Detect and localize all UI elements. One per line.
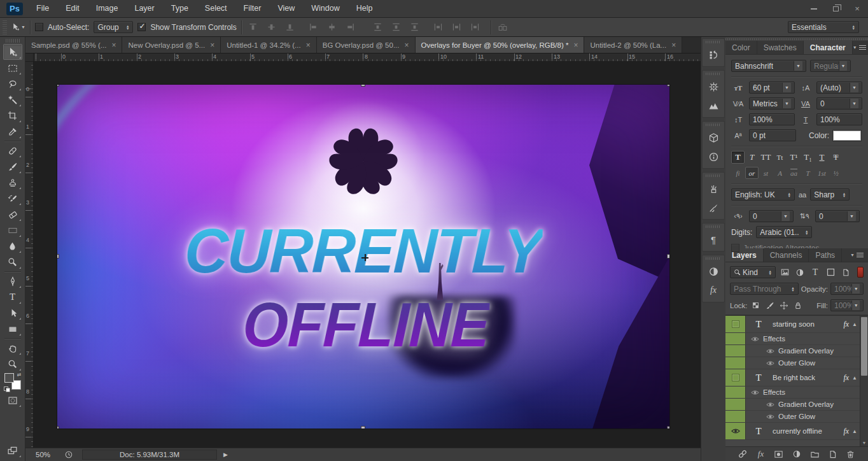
lock-transparent-pixels-icon[interactable] — [750, 299, 762, 311]
leading-dropdown[interactable]: (Auto)▼ — [816, 82, 862, 94]
tab-sample-psd[interactable]: Sample.psd @ 55% (...× — [25, 37, 122, 53]
type-tool[interactable]: T — [3, 289, 22, 305]
rectangle-tool[interactable] — [3, 321, 22, 337]
new-layer-icon[interactable] — [826, 448, 840, 460]
type-layer-thumbnail[interactable]: T — [752, 425, 765, 437]
clone-stamp-tool[interactable] — [3, 174, 22, 190]
font-size-dropdown[interactable]: 60 pt▼ — [749, 82, 795, 94]
filter-pixel-layers-icon[interactable] — [778, 266, 791, 278]
dodge-tool[interactable] — [3, 254, 22, 270]
standard-ligatures-button[interactable]: fi — [731, 167, 745, 179]
layer-name[interactable]: starting soon — [773, 320, 815, 328]
layer-row-starting-soon[interactable]: Tstarting soonfx▲ — [725, 316, 860, 333]
type-layer-thumbnail[interactable]: T — [752, 372, 765, 384]
menu-layer[interactable]: Layer — [126, 0, 162, 17]
align-top-edges-icon[interactable] — [246, 20, 260, 34]
tab-untitled-2[interactable]: Untitled-2 @ 50% (La...× — [584, 37, 682, 53]
filter-shape-layers-icon[interactable] — [824, 266, 837, 278]
layer-style-badge[interactable]: fx — [843, 427, 849, 436]
collapse-effects-icon[interactable]: ▲ — [852, 322, 857, 327]
lock-image-pixels-icon[interactable] — [764, 299, 776, 311]
zoom-tool[interactable] — [3, 356, 22, 372]
auto-select-mode-dropdown[interactable]: Group ▲▼ — [94, 21, 133, 33]
tab-new-overlay-psd[interactable]: New Overlay.psd @ 5...× — [122, 37, 221, 53]
auto-select-checkbox[interactable] — [35, 23, 43, 31]
transform-handle-middle-left[interactable] — [57, 254, 59, 259]
baseline-shift-field[interactable]: 0 pt — [749, 129, 796, 141]
gradient-tool[interactable] — [3, 222, 22, 238]
horizontal-scale-field[interactable]: 100% — [816, 113, 862, 125]
effect-visibility-eye-icon[interactable] — [765, 414, 776, 420]
superscript-button[interactable]: T¹ — [787, 151, 801, 164]
layer-filter-kind-dropdown[interactable]: Kind ▲▼ — [730, 266, 776, 278]
path-selection-tool[interactable] — [3, 305, 22, 321]
layer-name[interactable]: currently offline — [773, 427, 822, 435]
rectangular-marquee-tool[interactable] — [3, 60, 22, 76]
effect-row-outer-glow[interactable]: Outer Glow — [725, 357, 860, 369]
titling-alternatives-button[interactable]: T — [801, 167, 815, 179]
menu-view[interactable]: View — [269, 0, 303, 17]
show-transform-controls-checkbox[interactable] — [137, 23, 146, 31]
lock-position-icon[interactable] — [778, 299, 790, 311]
move-tool[interactable] — [3, 44, 22, 60]
blur-tool[interactable] — [3, 238, 22, 254]
3d-panel-icon[interactable] — [703, 128, 724, 147]
subscript-button[interactable]: T₁ — [801, 151, 815, 164]
tracking-dropdown[interactable]: 0▼ — [816, 97, 862, 110]
ruler-corner[interactable] — [25, 53, 34, 62]
brush-tool[interactable] — [3, 159, 22, 174]
align-bottom-edges-icon[interactable] — [283, 20, 297, 34]
styles-panel-icon[interactable]: fx — [703, 281, 724, 300]
transform-handle-bottom-center[interactable] — [361, 426, 365, 429]
kashida-dropdown[interactable]: 0▼ — [749, 210, 794, 222]
spot-healing-brush-tool[interactable] — [3, 143, 22, 159]
minimize-button[interactable] — [803, 0, 825, 17]
type-layer-thumbnail[interactable]: T — [752, 318, 765, 330]
foreground-color-swatch[interactable] — [4, 373, 14, 383]
menu-edit[interactable]: Edit — [57, 0, 88, 17]
layers-list[interactable]: Tstarting soonfx▲ Effects Gradient Overl… — [725, 315, 868, 446]
tool-presets-panel-icon[interactable] — [703, 198, 724, 217]
canvas-viewport[interactable]: CURRENTLY OFFLINE — [34, 62, 701, 448]
close-tab-icon[interactable]: × — [111, 41, 116, 50]
swash-button[interactable]: A — [773, 167, 787, 179]
canvas-image[interactable]: CURRENTLY OFFLINE — [57, 85, 669, 429]
tab-character[interactable]: Character — [804, 41, 853, 54]
effects-row[interactable]: Effects — [725, 333, 860, 345]
move-tool-options-icon[interactable]: ▼ — [11, 20, 25, 34]
align-vertical-centers-icon[interactable] — [265, 20, 279, 34]
default-colors-icon[interactable] — [4, 387, 10, 391]
adjustment-layer-icon[interactable] — [790, 448, 804, 460]
opacity-dropdown[interactable]: 100%▼ — [830, 283, 864, 295]
histogram-panel-icon[interactable] — [703, 96, 724, 115]
eyedropper-tool[interactable] — [3, 124, 22, 139]
horizontal-ruler[interactable]: 0 1 2 3 4 5 6 7 8 9 10 11 12 13 14 15 16 — [34, 53, 701, 62]
close-tab-icon[interactable]: × — [404, 41, 409, 50]
document-size-field[interactable]: Doc: 5.93M/31.3M — [82, 450, 217, 460]
underline-button[interactable]: T — [815, 151, 829, 164]
navigator-panel-icon[interactable] — [703, 77, 724, 96]
new-group-icon[interactable] — [808, 448, 822, 460]
panel-menu-button[interactable]: ▼ — [850, 248, 868, 262]
close-tab-icon[interactable]: × — [573, 41, 578, 50]
effect-visibility-eye-icon[interactable] — [765, 348, 776, 354]
anti-alias-dropdown[interactable]: Sharp▲▼ — [810, 188, 850, 201]
menu-window[interactable]: Window — [303, 0, 347, 17]
transform-handle-top-left[interactable] — [57, 85, 59, 87]
layer-style-badge[interactable]: fx — [843, 373, 849, 383]
layer-name[interactable]: Be right back — [773, 374, 815, 381]
layer-row-be-right-back[interactable]: TBe right backfx▲ — [725, 369, 860, 387]
close-button[interactable]: × — [846, 0, 868, 17]
paragraph-panel-icon[interactable]: ¶ — [703, 230, 724, 249]
stylistic-alternates-button[interactable]: aa — [787, 167, 801, 179]
filter-smart-objects-icon[interactable] — [839, 266, 852, 278]
effect-row-gradient-overlay[interactable]: Gradient Overlay — [725, 399, 860, 411]
diacritic-dropdown[interactable]: 0▼ — [815, 210, 860, 222]
screen-mode-button[interactable] — [3, 443, 22, 458]
effects-row[interactable]: Effects — [725, 387, 860, 399]
effects-visibility-eye-icon[interactable] — [750, 336, 760, 342]
all-caps-button[interactable]: TT — [759, 151, 773, 164]
filter-type-layers-icon[interactable]: T — [809, 266, 822, 278]
justification-alternates-checkbox[interactable] — [731, 244, 739, 252]
transform-handle-bottom-left[interactable] — [57, 426, 59, 429]
